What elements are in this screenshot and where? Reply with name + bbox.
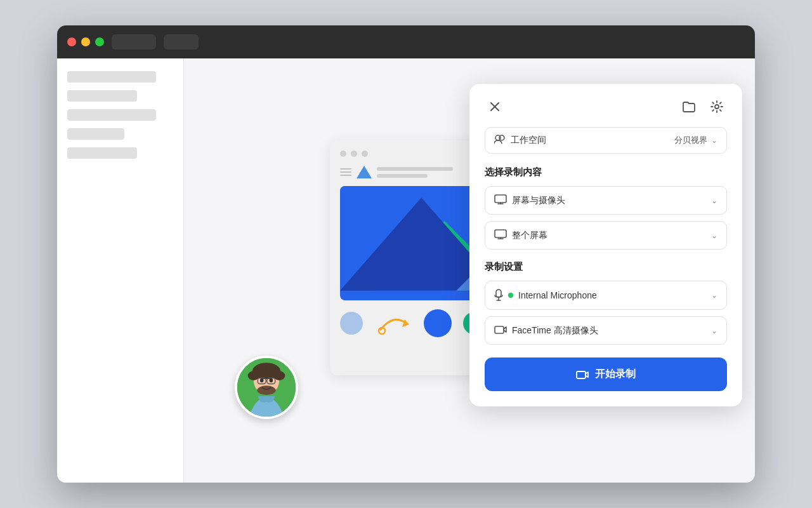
- settings-section: 录制设置: [485, 261, 727, 345]
- panel-header-icons: [679, 97, 727, 117]
- minimize-button[interactable]: [81, 37, 90, 46]
- camera-label: FaceTime 高清摄像头: [512, 325, 598, 337]
- browser-dot: [362, 150, 368, 157]
- person-avatar-svg: [237, 358, 296, 417]
- screen-icon: [494, 229, 507, 241]
- camera-icon: [494, 324, 507, 337]
- start-recording-label: 开始录制: [595, 368, 636, 381]
- content-area: 工作空间 分贝视界 ⌄ 选择录制内容: [184, 58, 755, 483]
- workspace-label: 工作空间: [511, 135, 546, 146]
- mic-icon-group: [494, 289, 513, 302]
- workspace-selector[interactable]: 工作空间 分贝视界 ⌄: [485, 127, 727, 154]
- microphone-label: Internal Microphone: [518, 290, 597, 300]
- monitor-icon: [494, 194, 507, 206]
- microphone-chevron-icon: ⌄: [711, 291, 717, 300]
- camera-dropdown-left: FaceTime 高清摄像头: [494, 324, 598, 337]
- mic-status-dot: [508, 293, 513, 298]
- title-pill-2: [164, 34, 199, 50]
- dropdown-left: 屏幕与摄像头: [494, 194, 565, 206]
- select-content-title: 选择录制内容: [485, 166, 727, 178]
- microphone-icon: [494, 289, 503, 302]
- whole-screen-label: 整个屏幕: [512, 230, 547, 241]
- svg-point-13: [266, 364, 278, 373]
- svg-rect-28: [495, 230, 506, 237]
- triangle-icon: [357, 166, 372, 178]
- workspace-view-label: 分贝视界: [674, 135, 707, 146]
- svg-point-22: [715, 105, 719, 109]
- screen-camera-dropdown[interactable]: 屏幕与摄像头 ⌄: [485, 186, 727, 215]
- svg-rect-36: [577, 371, 586, 378]
- start-recording-button[interactable]: 开始录制: [485, 358, 727, 391]
- arrow-svg: [374, 311, 412, 336]
- svg-marker-37: [586, 372, 588, 377]
- workspace-chevron-icon: ⌄: [711, 136, 717, 145]
- whole-screen-chevron-icon: ⌄: [711, 231, 717, 240]
- sidebar-item[interactable]: [67, 128, 124, 140]
- svg-rect-25: [495, 195, 506, 203]
- microphone-dropdown[interactable]: Internal Microphone ⌄: [485, 281, 727, 310]
- browser-dot: [340, 150, 346, 157]
- workspace-right: 分贝视界 ⌄: [674, 135, 717, 146]
- mic-dropdown-left: Internal Microphone: [494, 289, 597, 302]
- svg-point-24: [499, 135, 504, 140]
- dropdown-left-2: 整个屏幕: [494, 229, 547, 241]
- avatar: [235, 356, 298, 419]
- sidebar-item[interactable]: [67, 147, 137, 159]
- sidebar: [57, 58, 184, 483]
- sidebar-item[interactable]: [67, 109, 156, 121]
- fullscreen-button[interactable]: [95, 37, 104, 46]
- app-window: 工作空间 分贝视界 ⌄ 选择录制内容: [57, 25, 755, 483]
- svg-point-16: [270, 378, 273, 382]
- sidebar-item[interactable]: [67, 90, 137, 102]
- camera-chevron-icon: ⌄: [711, 326, 717, 335]
- record-settings-title: 录制设置: [485, 261, 727, 273]
- recording-panel: 工作空间 分贝视界 ⌄ 选择录制内容: [469, 84, 742, 406]
- panel-close-button[interactable]: [485, 97, 505, 117]
- workspace-icon: [494, 134, 506, 147]
- menu-icon: [340, 168, 351, 176]
- close-button[interactable]: [67, 37, 76, 46]
- svg-rect-34: [495, 326, 504, 333]
- main-content: 工作空间 分贝视界 ⌄ 选择录制内容: [57, 58, 755, 483]
- whole-screen-dropdown[interactable]: 整个屏幕 ⌄: [485, 221, 727, 250]
- workspace-left: 工作空间: [494, 134, 546, 147]
- title-pill-1: [112, 34, 156, 50]
- svg-point-14: [257, 385, 275, 395]
- traffic-lights: [67, 37, 104, 46]
- sidebar-item[interactable]: [67, 71, 156, 83]
- svg-point-12: [255, 364, 266, 373]
- circle-dark: [424, 309, 452, 337]
- settings-icon-button[interactable]: [707, 97, 727, 117]
- panel-header: [485, 97, 727, 117]
- screen-camera-chevron-icon: ⌄: [711, 196, 717, 205]
- camera-dropdown[interactable]: FaceTime 高清摄像头 ⌄: [485, 316, 727, 345]
- record-button-icon: [576, 370, 589, 380]
- title-lines: [377, 167, 466, 178]
- folder-icon-button[interactable]: [679, 97, 699, 117]
- circle-light: [340, 312, 363, 335]
- title-bar: [57, 25, 755, 58]
- svg-point-15: [260, 378, 264, 382]
- screen-camera-label: 屏幕与摄像头: [512, 195, 565, 206]
- browser-dot: [351, 150, 357, 157]
- svg-rect-31: [496, 290, 501, 297]
